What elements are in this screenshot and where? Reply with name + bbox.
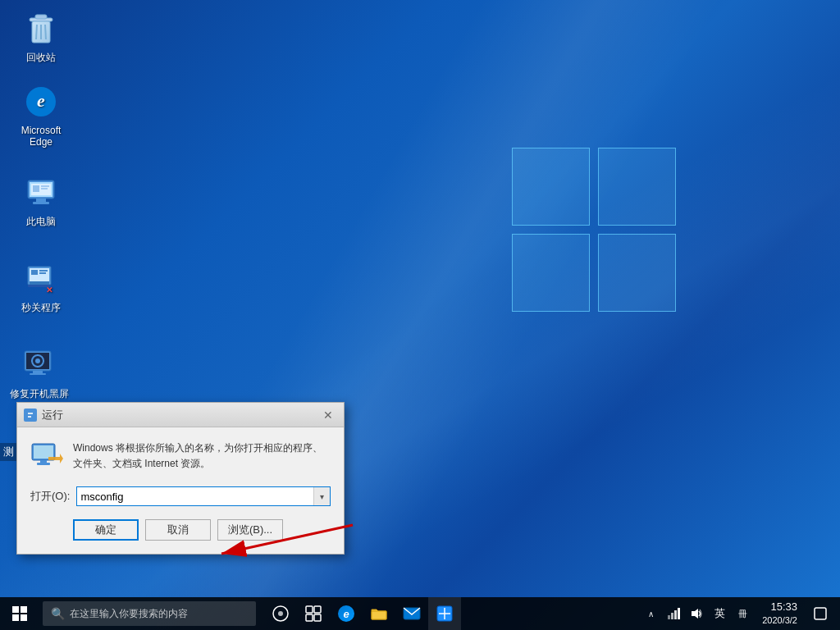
svg-rect-5 — [35, 15, 47, 19]
run-confirm-button[interactable]: 确定 — [73, 519, 139, 541]
svg-rect-49 — [372, 611, 386, 619]
taskbar-right: ∧ 英 — [641, 597, 840, 630]
run-icon — [30, 441, 63, 473]
svg-line-4 — [45, 25, 46, 39]
desktop: 回收站 e Microsoft Edge 此 — [0, 0, 840, 630]
taskbar: 🔍 在这里输入你要搜索的内容 — [0, 597, 840, 630]
svg-rect-47 — [306, 614, 313, 621]
svg-rect-14 — [41, 185, 49, 187]
run-title-text: 运行 — [42, 408, 319, 422]
run-open-label: 打开(O): — [30, 489, 70, 504]
edge-icon[interactable]: e Microsoft Edge — [12, 82, 70, 148]
taskbar-explorer-button[interactable] — [363, 597, 395, 630]
svg-rect-48 — [314, 614, 321, 621]
svg-rect-46 — [314, 606, 321, 613]
language-indicator[interactable]: 英 — [710, 597, 729, 630]
edge-label-line2: Edge — [30, 136, 52, 148]
run-browse-button[interactable]: 浏览(B)... — [217, 519, 283, 541]
svg-rect-57 — [678, 608, 680, 619]
taskbar-edge-button[interactable]: e — [330, 597, 363, 630]
language-text: 英 — [714, 606, 725, 621]
svg-rect-34 — [26, 411, 34, 419]
edge-label-line1: Microsoft — [21, 125, 62, 136]
windows-logo — [512, 148, 676, 312]
quick-app-icon[interactable]: ✕ 秒关程序 — [12, 258, 70, 315]
multitasking-button[interactable] — [297, 597, 330, 630]
svg-rect-20 — [39, 270, 48, 272]
run-input[interactable] — [77, 491, 313, 503]
system-tray-expand[interactable]: ∧ — [641, 597, 660, 630]
svg-rect-11 — [33, 202, 49, 204]
run-description: Windows 将根据你所输入的名称，为你打开相应的程序、 文件夹、文档或 In… — [73, 441, 331, 472]
notification-center-button[interactable] — [807, 597, 833, 630]
this-pc-icon[interactable]: 此电脑 — [12, 172, 70, 229]
taskbar-clock[interactable]: 15:33 2020/3/2 — [756, 600, 804, 628]
taskbar-middle: e — [264, 597, 461, 630]
this-pc-label: 此电脑 — [26, 215, 56, 229]
run-cancel-button[interactable]: 取消 — [145, 519, 211, 541]
svg-text:e: e — [37, 90, 45, 111]
svg-point-27 — [35, 358, 40, 363]
svg-rect-32 — [33, 371, 43, 373]
start-button[interactable] — [0, 597, 39, 630]
network-icon[interactable] — [664, 597, 683, 630]
svg-rect-56 — [674, 610, 677, 619]
side-label: 测 — [0, 443, 17, 461]
windows-start-icon — [12, 606, 27, 621]
svg-rect-21 — [39, 272, 46, 274]
svg-marker-58 — [692, 609, 698, 619]
recycle-bin-label: 回收站 — [26, 51, 56, 65]
svg-rect-54 — [668, 615, 670, 619]
taskbar-pinned-app-button[interactable] — [428, 597, 461, 630]
volume-icon[interactable] — [687, 597, 706, 630]
svg-rect-33 — [30, 373, 46, 375]
ime-text: 冊 — [738, 608, 747, 620]
repair-label: 修复开机黑屏 — [10, 387, 69, 401]
task-view-button[interactable] — [264, 597, 297, 630]
svg-rect-45 — [306, 606, 313, 613]
run-dropdown-button[interactable]: ▾ — [313, 487, 330, 505]
svg-rect-39 — [40, 460, 47, 463]
quick-app-label: 秒关程序 — [21, 301, 61, 315]
svg-rect-59 — [815, 608, 826, 619]
svg-rect-13 — [33, 185, 39, 192]
svg-rect-19 — [31, 270, 38, 275]
taskbar-search[interactable]: 🔍 在这里输入你要搜索的内容 — [43, 601, 256, 626]
ime-indicator[interactable]: 冊 — [733, 597, 752, 630]
run-close-button[interactable]: ✕ — [319, 406, 337, 424]
taskbar-mail-button[interactable] — [395, 597, 428, 630]
svg-rect-18 — [30, 281, 49, 285]
svg-rect-36 — [28, 416, 31, 418]
clock-date: 2020/3/2 — [762, 614, 797, 627]
recycle-bin-icon[interactable]: 回收站 — [12, 8, 70, 65]
repair-icon[interactable]: 修复开机黑屏 — [8, 345, 71, 401]
run-titlebar: 运行 ✕ — [17, 403, 344, 427]
svg-rect-10 — [36, 199, 46, 202]
svg-text:✕: ✕ — [46, 285, 52, 294]
svg-rect-55 — [671, 613, 673, 619]
svg-rect-35 — [28, 413, 33, 414]
run-input-container: ▾ — [76, 486, 331, 506]
run-dialog: 运行 ✕ Windows 将根据你所输入的名称，为你打开相应的程序、 文件夹 — [16, 402, 345, 555]
svg-line-2 — [36, 25, 37, 39]
svg-point-44 — [278, 611, 283, 616]
search-icon: 🔍 — [51, 607, 65, 620]
search-placeholder: 在这里输入你要搜索的内容 — [70, 607, 188, 621]
run-dialog-icon — [24, 409, 37, 422]
edge-taskbar-icon: e — [338, 605, 354, 622]
clock-time: 15:33 — [762, 600, 797, 614]
svg-rect-15 — [41, 188, 48, 189]
svg-rect-38 — [34, 445, 53, 459]
svg-rect-40 — [37, 463, 50, 465]
